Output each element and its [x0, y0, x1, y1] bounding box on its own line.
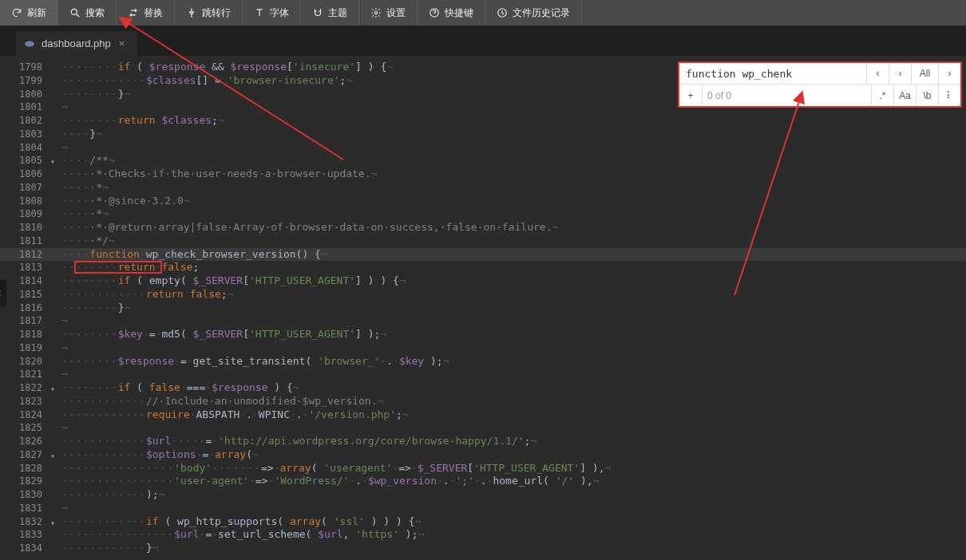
line-number: 1814	[0, 274, 58, 288]
code-line[interactable]: ·····*/¬	[58, 235, 966, 248]
line-number: 1812	[0, 248, 58, 262]
search-button[interactable]: 搜索	[58, 0, 117, 26]
replace-button[interactable]: 替换	[117, 0, 175, 26]
line-number: 1811	[0, 235, 58, 248]
code-line[interactable]: ¬	[58, 502, 966, 515]
code-line[interactable]: ····}¬	[58, 128, 966, 141]
code-line[interactable]: ¬	[58, 314, 966, 328]
toolbar-item-label: 刷新	[27, 6, 46, 20]
code-line[interactable]: ············return false;¬	[58, 288, 966, 302]
line-number: 1829	[0, 475, 58, 488]
help-icon	[429, 7, 440, 18]
find-expand-button[interactable]: +	[679, 85, 702, 106]
line-number: 1823	[0, 395, 58, 408]
tab-close-icon[interactable]: ×	[117, 37, 127, 49]
code-line[interactable]: ·····*¬	[58, 207, 966, 221]
code-line[interactable]: ·····*·@since·3.2.0¬	[58, 195, 966, 208]
code-line[interactable]: ¬	[58, 421, 966, 435]
line-number: 1834	[0, 542, 58, 555]
shortcut-button[interactable]: 快捷键	[418, 0, 485, 26]
code-line[interactable]: ·····*·@return·array|false·Array·of·brow…	[58, 221, 966, 235]
line-number: 1820	[0, 355, 58, 369]
toolbar-item-label: 字体	[270, 6, 289, 20]
line-number: 1824	[0, 408, 58, 422]
find-hits-label: 0 of 0	[702, 85, 871, 106]
svg-line-1	[77, 14, 80, 18]
line-number: 1825	[0, 421, 58, 435]
toolbar-item-label: 搜索	[85, 6, 105, 20]
font-button[interactable]: 字体	[243, 0, 301, 26]
line-number: 1806	[0, 168, 58, 181]
tab-dashboard[interactable]: dashboard.php ×	[16, 31, 137, 56]
code-line[interactable]: ············//·Include·an·unmodified·$wp…	[58, 395, 966, 408]
code-line[interactable]: ············$url·····=·'http://api.wordp…	[58, 435, 966, 448]
find-more-icon[interactable]: ⠇	[938, 85, 960, 106]
find-input[interactable]	[679, 63, 866, 84]
find-case-toggle[interactable]: Aa	[893, 85, 916, 106]
goto-button[interactable]: 跳转行	[175, 0, 243, 26]
code-line[interactable]: ········$response·=·get_site_transient( …	[58, 355, 966, 369]
line-number: 1798	[0, 61, 58, 74]
find-prev-button[interactable]: ‹	[866, 63, 889, 84]
theme-button[interactable]: 主题	[301, 0, 359, 26]
line-number: 1818	[0, 328, 58, 341]
text-icon	[254, 7, 265, 18]
line-number: 1817	[0, 314, 58, 328]
code-line[interactable]: ············require·ABSPATH·.·WPINC·.·'/…	[58, 408, 966, 422]
find-regex-toggle[interactable]: .*	[871, 85, 893, 106]
line-number: 1807	[0, 181, 58, 195]
code-line[interactable]: ········return·false;	[58, 261, 966, 274]
code-line[interactable]: ············if ( wp_http_supports( array…	[58, 515, 966, 529]
line-number: 1821	[0, 368, 58, 381]
line-number-gutter: 17981799180018011802180318041805▾1806180…	[0, 56, 58, 560]
code-line[interactable]: ········}¬	[58, 302, 966, 315]
toolbar-item-label: 跳转行	[202, 6, 231, 20]
line-number: 1830	[0, 488, 58, 502]
code-line[interactable]: ············);¬	[58, 488, 966, 502]
settings-button[interactable]: 设置	[359, 0, 418, 26]
find-word-toggle[interactable]: \b	[916, 85, 938, 106]
code-line[interactable]: ········if ( false·===·$response ) {¬	[58, 381, 966, 395]
code-line[interactable]: ¬	[58, 368, 966, 381]
toolbar-item-label: 设置	[386, 6, 406, 20]
code-line[interactable]: ········$key·=·md5( $_SERVER['HTTP_USER_…	[58, 328, 966, 341]
svg-point-0	[71, 9, 77, 14]
toolbar-item-label: 主题	[328, 6, 347, 20]
code-line[interactable]: ············}¬	[58, 542, 966, 555]
line-number: 1799	[0, 74, 58, 88]
code-line[interactable]: ················'body'·······=>·array( '…	[58, 462, 966, 475]
code-line[interactable]: ········return $classes;¬	[58, 114, 966, 128]
code-line[interactable]: ·····*·Checks·if·the·user·needs·a·browse…	[58, 168, 966, 181]
refresh-button[interactable]: 刷新	[0, 0, 58, 26]
find-close-icon[interactable]: ›	[938, 63, 960, 84]
svg-point-2	[374, 11, 378, 14]
line-number: 1833	[0, 528, 58, 542]
code-line[interactable]: ········if ( empty( $_SERVER['HTTP_USER_…	[58, 274, 966, 288]
clock-icon	[497, 7, 508, 18]
line-number: 1831	[0, 502, 58, 515]
line-number: 1804	[0, 141, 58, 155]
line-number: 1822▾	[0, 381, 58, 395]
history-button[interactable]: 文件历史记录	[485, 0, 582, 26]
code-area[interactable]: ········if ( $response && $response['ins…	[58, 56, 966, 560]
line-number: 1810	[0, 221, 58, 235]
find-next-button[interactable]: ›	[889, 63, 911, 84]
code-line[interactable]: ····/**¬	[58, 154, 966, 168]
find-all-button[interactable]: All	[911, 63, 938, 84]
line-number: 1828	[0, 462, 58, 475]
tab-strip: dashboard.php ×	[0, 26, 966, 56]
tab-filename: dashboard.php	[42, 37, 111, 49]
code-line[interactable]: ·····*¬	[58, 181, 966, 195]
code-line[interactable]: ¬	[58, 341, 966, 355]
code-line[interactable]: ····function·wp_check_browser_version() …	[58, 248, 966, 262]
line-number: 1826	[0, 435, 58, 448]
code-line[interactable]: ················$url·=·set_url_scheme( $…	[58, 528, 966, 542]
find-widget: ‹ › All › + 0 of 0 .* Aa \b ⠇	[678, 61, 962, 108]
line-number: 1815	[0, 288, 58, 302]
code-editor: ‹ 17981799180018011802180318041805▾18061…	[0, 56, 966, 560]
code-line[interactable]: ¬	[58, 141, 966, 155]
pin-icon	[186, 7, 197, 18]
code-line[interactable]: ············$options·=·array(¬	[58, 448, 966, 462]
toolbar-item-label: 替换	[144, 6, 163, 20]
code-line[interactable]: ················'user-agent'·=>·'WordPre…	[58, 475, 966, 488]
